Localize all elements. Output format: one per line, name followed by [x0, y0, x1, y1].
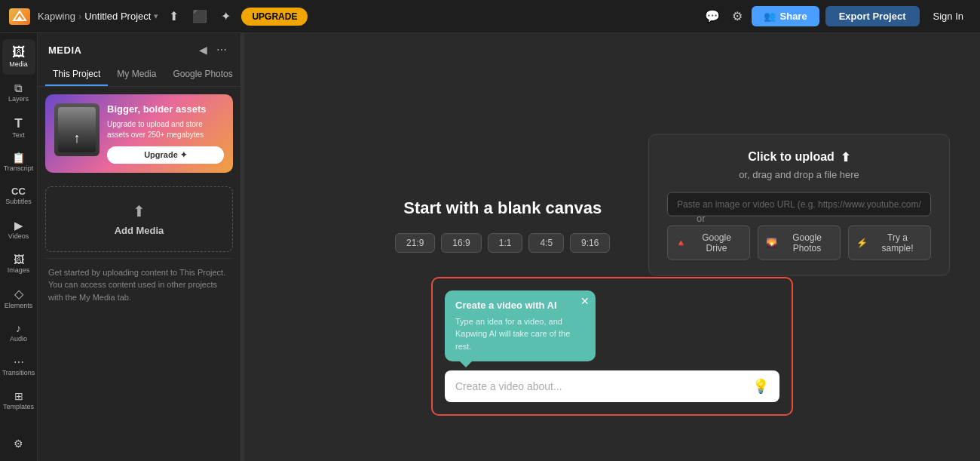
ai-tooltip-close-btn[interactable]: ✕ — [580, 295, 590, 307]
sidebar-item-subtitles[interactable]: CC Subtitles — [2, 180, 35, 212]
or-divider: or — [697, 213, 706, 224]
sidebar-label-images: Images — [8, 266, 30, 275]
panel-title: MEDIA — [48, 45, 81, 56]
aspect-btn-16-9[interactable]: 16:9 — [441, 233, 481, 253]
sidebar-item-audio[interactable]: ♪ Audio — [2, 317, 35, 349]
sidebar-item-elements[interactable]: ◇ Elements — [2, 282, 35, 316]
canvas-area: Start with a blank canvas 21:9 16:9 1:1 … — [244, 33, 980, 461]
topbar-left: Kapwing › Untitled Project ▾ ⬆ ⬛ ✦ UPGRA… — [9, 6, 308, 26]
more-icon: ⚙ — [14, 438, 23, 449]
try-sample-icon: ⚡ — [856, 237, 868, 247]
upload-panel: Click to upload ⬆ or, drag and drop a fi… — [648, 134, 950, 275]
upgrade-card-image — [54, 103, 100, 156]
ai-tooltip: ✕ Create a video with AI Type an idea fo… — [445, 290, 596, 362]
panel-info: Get started by uploading content to This… — [38, 259, 240, 312]
tab-this-project[interactable]: This Project — [45, 63, 108, 86]
upgrade-card-button[interactable]: Upgrade ✦ — [107, 146, 224, 164]
sidebar-label-media: Media — [9, 60, 28, 69]
transitions-icon: ⋯ — [14, 357, 24, 367]
google-drive-btn[interactable]: 🔺 Google Drive — [667, 225, 750, 260]
upload-url-input[interactable] — [667, 192, 931, 216]
ai-creation-box: ✕ Create a video with AI Type an idea fo… — [431, 277, 793, 416]
ai-input-row: 💡 — [445, 370, 779, 402]
images-icon: 🖼 — [14, 254, 24, 265]
app-name: Kapwing — [38, 11, 75, 22]
blank-canvas-label: Start with a blank canvas — [403, 198, 602, 218]
upgrade-button[interactable]: UPGRADE — [241, 8, 308, 26]
add-media-icon: ⬆ — [133, 202, 145, 220]
templates-icon: ⊞ — [14, 391, 23, 401]
tab-google-photos[interactable]: Google Photos — [165, 63, 240, 86]
settings-icon-btn[interactable]: ⚙ — [729, 6, 746, 26]
panel-tabs: This Project My Media Google Photos — [38, 63, 240, 87]
aspect-btn-4-5[interactable]: 4:5 — [528, 233, 564, 253]
upload-bottom-buttons: 🔺 Google Drive 🌄 Google Photos ⚡ Try a s… — [667, 225, 931, 260]
topbar-right: 💬 ⚙ 👥 Share Export Project Sign In — [702, 6, 971, 26]
upload-icon: ⬆ — [841, 149, 850, 164]
share-button[interactable]: 👥 Share — [752, 6, 819, 26]
topbar: Kapwing › Untitled Project ▾ ⬆ ⬛ ✦ UPGRA… — [0, 0, 980, 33]
sidebar-label-videos: Videos — [8, 232, 29, 241]
aspect-ratios: 21:9 16:9 1:1 4:5 9:16 — [395, 233, 610, 253]
sidebar-item-templates[interactable]: ⊞ Templates — [2, 385, 35, 417]
subtitles-icon: CC — [11, 186, 26, 196]
sidebar-item-transcript[interactable]: 📋 Transcript — [2, 146, 35, 179]
export-button[interactable]: Export Project — [825, 6, 920, 26]
sidebar-item-transitions[interactable]: ⋯ Transitions — [2, 351, 35, 383]
upgrade-card-img-inner — [58, 107, 96, 152]
upgrade-card-content: Bigger, bolder assets Upgrade to upload … — [107, 103, 224, 164]
add-media-area[interactable]: ⬆ Add Media — [45, 186, 233, 252]
sidebar-label-subtitles: Subtitles — [5, 198, 32, 206]
try-sample-label: Try a sample! — [872, 232, 923, 253]
media-icon: 🖼 — [12, 45, 26, 59]
aspect-btn-21-9[interactable]: 21:9 — [395, 233, 435, 253]
kapwing-logo — [9, 8, 30, 25]
sidebar: 🖼 Media ⧉ Layers T Text 📋 Transcript CC … — [0, 33, 38, 461]
sidebar-label-layers: Layers — [8, 95, 29, 103]
signin-button[interactable]: Sign In — [926, 6, 971, 26]
media-panel: MEDIA ◀ ⋯ This Project My Media Google P… — [38, 33, 241, 461]
aspect-btn-9-16[interactable]: 9:16 — [570, 233, 610, 253]
upload-title-text: Click to upload — [748, 150, 835, 164]
audio-icon: ♪ — [16, 323, 21, 333]
sidebar-item-text[interactable]: T Text — [2, 111, 35, 146]
google-drive-label: Google Drive — [691, 232, 742, 253]
canvas-center-content: Start with a blank canvas 21:9 16:9 1:1 … — [395, 198, 610, 253]
sidebar-label-text: Text — [12, 131, 25, 140]
sidebar-item-more[interactable]: ⚙ — [2, 432, 35, 455]
ai-tooltip-title: Create a video with AI — [455, 300, 585, 311]
project-name-link[interactable]: Untitled Project ▾ — [84, 11, 158, 22]
upgrade-card: Bigger, bolder assets Upgrade to upload … — [45, 94, 233, 173]
sidebar-item-images[interactable]: 🖼 Images — [2, 248, 35, 281]
comment-icon-btn[interactable]: 💬 — [702, 6, 723, 26]
google-photos-label: Google Photos — [782, 232, 832, 253]
svg-marker-1 — [17, 16, 23, 20]
project-arrow: ▾ — [154, 11, 158, 21]
panel-collapse-btn[interactable]: ◀ — [196, 42, 210, 57]
upgrade-card-desc: Upgrade to upload and store assets over … — [107, 119, 224, 140]
upload-icon-btn[interactable]: ⬆ — [166, 6, 182, 26]
ai-video-input[interactable] — [455, 380, 752, 392]
google-drive-icon: 🔺 — [675, 237, 687, 247]
share-icon: 👥 — [764, 11, 776, 22]
sidebar-item-videos[interactable]: ▶ Videos — [2, 214, 35, 247]
transcript-icon: 📋 — [12, 152, 25, 163]
tab-my-media[interactable]: My Media — [109, 63, 164, 86]
panel-more-btn[interactable]: ⋯ — [213, 42, 230, 57]
magic-icon-btn[interactable]: ✦ — [218, 6, 234, 26]
google-photos-btn[interactable]: 🌄 Google Photos — [758, 225, 841, 260]
google-photos-icon: 🌄 — [766, 237, 777, 247]
sidebar-label-transcript: Transcript — [4, 164, 34, 173]
share-label: Share — [780, 11, 807, 22]
project-name: Untitled Project — [84, 11, 151, 22]
sidebar-item-layers[interactable]: ⧉ Layers — [2, 76, 35, 109]
sidebar-item-media[interactable]: 🖼 Media — [2, 39, 35, 75]
try-sample-btn[interactable]: ⚡ Try a sample! — [848, 225, 931, 260]
aspect-btn-1-1[interactable]: 1:1 — [488, 233, 523, 253]
ai-input-icon[interactable]: 💡 — [752, 378, 769, 395]
ai-tooltip-desc: Type an idea for a video, and Kapwing AI… — [455, 315, 585, 353]
sidebar-label-audio: Audio — [10, 335, 27, 343]
screen-icon-btn[interactable]: ⬛ — [189, 6, 210, 26]
panel-header: MEDIA ◀ ⋯ — [38, 33, 240, 63]
sidebar-label-transitions: Transitions — [2, 369, 35, 377]
